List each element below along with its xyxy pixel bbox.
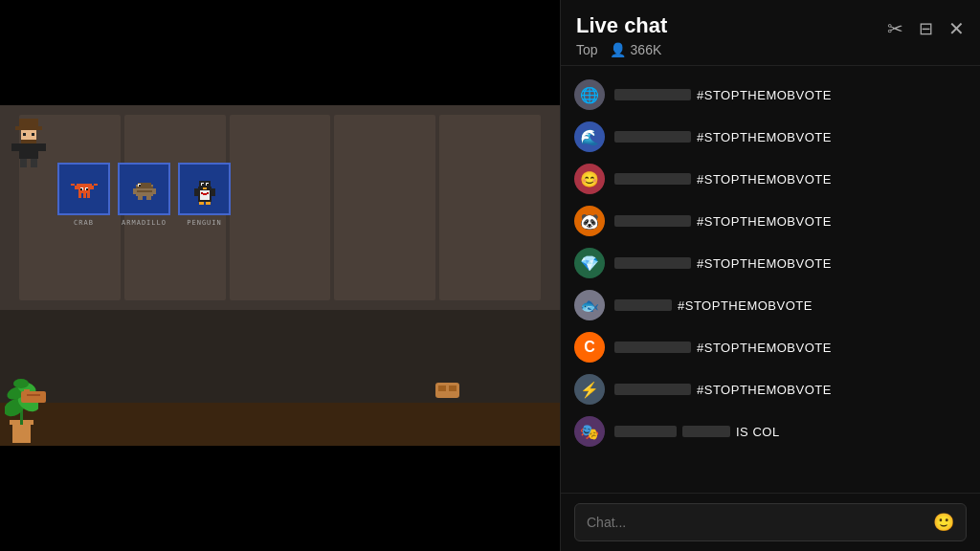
table-items (19, 386, 48, 406)
black-bar-top (0, 0, 560, 105)
partial-content-bar (682, 426, 730, 437)
video-panel: CRAB (0, 0, 560, 551)
message-content: IS COL (614, 425, 780, 439)
svg-rect-46 (201, 192, 203, 194)
username-bar (614, 131, 691, 143)
armadillo-label: ARMADILLO (122, 219, 167, 227)
chat-filter[interactable]: Top (576, 42, 598, 57)
svg-rect-61 (438, 386, 446, 391)
svg-rect-47 (207, 192, 209, 194)
svg-rect-40 (207, 184, 209, 186)
username-bar (614, 299, 672, 311)
wood-panel-4 (334, 115, 435, 300)
chat-messages: 🌐 #STOPTHEMOBVOTE 🌊 #STOPTHEMOBVOTE 😊 #S… (561, 66, 980, 493)
svg-rect-18 (83, 193, 86, 198)
message-content: #STOPTHEMOBVOTE (614, 298, 967, 313)
game-character-sprite (10, 115, 48, 167)
username-bar (614, 342, 691, 353)
crab-label: CRAB (74, 219, 94, 227)
close-button[interactable]: ✕ (948, 17, 965, 40)
video-content: CRAB (0, 105, 560, 446)
svg-rect-49 (12, 422, 31, 443)
svg-rect-12 (77, 184, 92, 186)
avatar: C (574, 332, 605, 363)
svg-rect-1 (19, 119, 38, 130)
chat-message: 🌊 #STOPTHEMOBVOTE (561, 116, 980, 158)
svg-rect-48 (203, 193, 207, 195)
svg-rect-6 (19, 143, 38, 159)
svg-rect-15 (71, 184, 75, 186)
viewer-count-value: 366K (631, 42, 662, 57)
chat-message: 💎 #STOPTHEMOBVOTE (561, 242, 980, 284)
scissors-button[interactable]: ✂ (887, 17, 903, 40)
avatar: 🎭 (574, 416, 605, 447)
svg-rect-39 (202, 184, 204, 186)
username-bar (614, 426, 677, 437)
message-text: #STOPTHEMOBVOTE (697, 214, 832, 229)
table-item-left (19, 386, 48, 406)
message-text: #STOPTHEMOBVOTE (697, 256, 832, 271)
chat-meta: Top 👤 366K (576, 42, 965, 57)
chat-message: 😊 #STOPTHEMOBVOTE (561, 158, 980, 200)
svg-rect-30 (138, 196, 143, 200)
svg-rect-8 (38, 143, 46, 151)
viewer-icon: 👤 (610, 42, 626, 57)
chat-input-wrapper: 🙂 (574, 503, 967, 541)
table-object (431, 378, 464, 402)
message-content: #STOPTHEMOBVOTE (614, 172, 967, 187)
svg-rect-28 (133, 188, 137, 194)
wood-panel-5 (439, 115, 541, 300)
message-content: #STOPTHEMOBVOTE (614, 88, 967, 102)
chat-message: 🎭 IS COL (561, 410, 980, 452)
message-content: #STOPTHEMOBVOTE (614, 214, 967, 229)
username-bar (614, 257, 691, 269)
svg-rect-7 (11, 143, 19, 151)
message-text: #STOPTHEMOBVOTE (697, 383, 832, 397)
message-content: #STOPTHEMOBVOTE (614, 256, 967, 271)
chat-actions: ✂ ⊟ ✕ (887, 17, 965, 40)
svg-rect-44 (194, 188, 198, 196)
table-item-right (431, 378, 464, 406)
chat-message: C #STOPTHEMOBVOTE (561, 326, 980, 368)
svg-rect-22 (80, 188, 82, 190)
emoji-button[interactable]: 🙂 (933, 512, 954, 533)
chat-panel: Live chat Top 👤 366K ✂ ⊟ ✕ 🌐 #STOPTHEMOB… (560, 0, 980, 551)
armadillo-box: ARMADILLO (118, 163, 170, 227)
svg-rect-58 (24, 389, 30, 393)
svg-rect-33 (139, 185, 141, 187)
svg-rect-9 (20, 159, 27, 167)
crab-box: CRAB (57, 163, 110, 227)
message-text: #STOPTHEMOBVOTE (697, 172, 832, 187)
username-bar (614, 173, 691, 185)
avatar: 😊 (574, 164, 605, 194)
chat-input-area: 🙂 (561, 493, 980, 551)
message-text: #STOPTHEMOBVOTE (697, 341, 832, 355)
username-bar (614, 384, 691, 395)
svg-rect-41 (203, 187, 207, 189)
armadillo-icon (126, 171, 163, 208)
username-bar (614, 215, 691, 227)
svg-rect-42 (199, 202, 204, 205)
svg-rect-59 (27, 394, 40, 396)
chat-message: 🐟 #STOPTHEMOBVOTE (561, 284, 980, 326)
avatar: 🌐 (574, 79, 605, 110)
game-overlay: CRAB (10, 115, 231, 227)
svg-rect-23 (86, 188, 88, 190)
wood-panel-3 (230, 115, 331, 300)
avatar: 🐟 (574, 290, 605, 320)
chat-header: Live chat Top 👤 366K ✂ ⊟ ✕ (561, 0, 980, 66)
svg-rect-14 (90, 186, 94, 189)
chat-input[interactable] (587, 515, 933, 530)
svg-rect-19 (87, 193, 90, 198)
crab-icon (66, 171, 102, 208)
avatar: 💎 (574, 248, 605, 278)
viewer-count: 👤 366K (610, 42, 662, 57)
svg-rect-13 (75, 186, 78, 189)
svg-rect-45 (212, 188, 215, 196)
svg-rect-10 (31, 159, 37, 167)
message-content: #STOPTHEMOBVOTE (614, 383, 967, 397)
avatar: 🌊 (574, 121, 605, 152)
svg-rect-26 (136, 187, 153, 188)
settings-button[interactable]: ⊟ (919, 18, 933, 39)
username-bar (614, 89, 691, 100)
